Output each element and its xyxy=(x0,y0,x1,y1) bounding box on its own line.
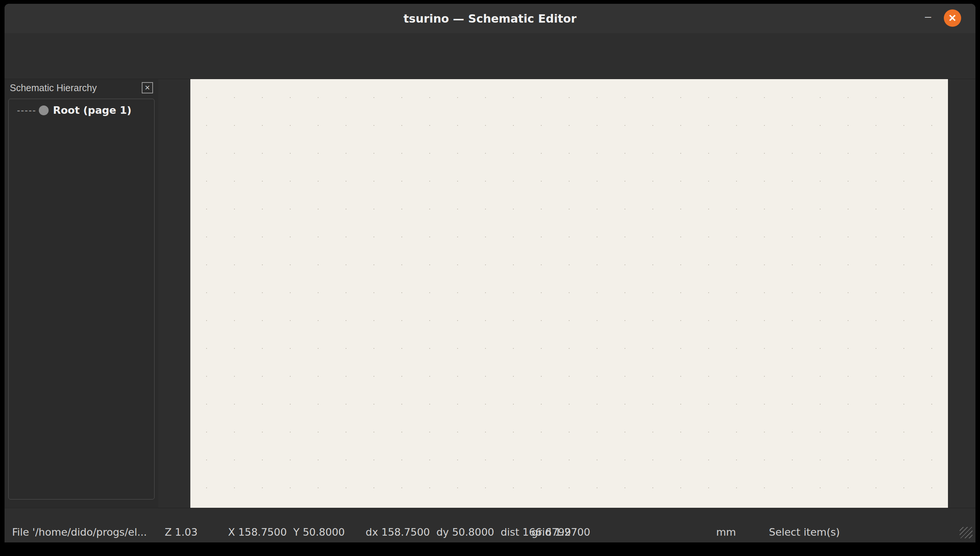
panel-close-icon[interactable]: ✕ xyxy=(142,82,153,94)
status-units: mm xyxy=(716,526,736,538)
hierarchy-title: Schematic Hierarchy xyxy=(10,82,97,94)
right-toolbar xyxy=(948,79,975,508)
status-action: Select item(s) xyxy=(769,526,840,538)
resize-grip[interactable] xyxy=(960,527,972,538)
window-title: tsurino — Schematic Editor xyxy=(5,12,975,25)
hierarchy-item-label: Root (page 1) xyxy=(53,104,131,116)
tree-branch-dots: ----- xyxy=(17,106,37,115)
menu-bar xyxy=(5,33,975,53)
status-grid: grid 1.2700 xyxy=(531,526,590,538)
status-bar: File '/home/dido/progs/el... Z 1.03 X 15… xyxy=(5,508,975,542)
app-window: tsurino — Schematic Editor – ✕ Schematic… xyxy=(5,4,975,542)
left-toolbar xyxy=(158,79,190,508)
schematic-canvas[interactable] xyxy=(190,79,948,508)
main-toolbar xyxy=(5,53,975,79)
status-zoom: Z 1.03 xyxy=(165,526,198,538)
title-bar: tsurino — Schematic Editor – ✕ xyxy=(5,4,975,34)
schematic-hierarchy-panel: Schematic Hierarchy ✕ ----- Root (page 1… xyxy=(5,79,159,508)
status-position: X 158.7500 Y 50.8000 xyxy=(228,526,345,538)
schematic-drawing xyxy=(190,79,948,508)
hierarchy-item-root[interactable]: ----- Root (page 1) xyxy=(9,104,154,116)
minimize-button[interactable]: – xyxy=(920,9,936,24)
close-button[interactable]: ✕ xyxy=(944,10,961,27)
status-file: File '/home/dido/progs/el... xyxy=(12,526,147,538)
hierarchy-tree: ----- Root (page 1) xyxy=(8,99,154,499)
sheet-bullet-icon xyxy=(39,105,49,115)
